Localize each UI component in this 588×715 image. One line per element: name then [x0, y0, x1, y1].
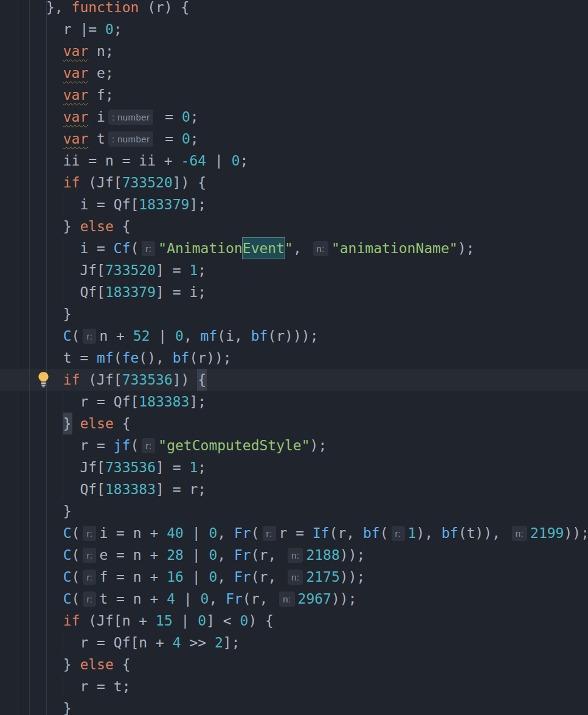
code-line[interactable]: var n;	[46, 40, 114, 62]
code-indent	[46, 438, 80, 453]
code-line[interactable]: t = mf(fe(), bf(r));	[46, 347, 232, 369]
inlay-hint-chip: r:	[83, 526, 96, 541]
code-line[interactable]: Qf[183383] = r;	[46, 478, 206, 500]
code-token: mf	[97, 350, 114, 366]
code-token: 0	[182, 131, 190, 147]
code-indent	[46, 525, 63, 541]
inlay-hint-chip: n:	[279, 591, 294, 607]
code-line[interactable]: if (Jf[733520]) {	[46, 172, 206, 194]
code-indent	[46, 700, 63, 715]
code-line[interactable]: } else {	[46, 654, 131, 675]
code-token: else	[80, 218, 113, 234]
code-line[interactable]: if (Jf[n + 15 | 0] < 0) {	[46, 610, 274, 632]
code-token: -64	[181, 153, 207, 169]
code-line[interactable]: var e;	[46, 62, 114, 84]
code-line[interactable]: r = t;	[46, 675, 130, 697]
code-token: C	[63, 525, 72, 541]
code-token: r = t;	[80, 678, 130, 694]
code-token: (i,	[217, 328, 251, 344]
code-token: );	[458, 240, 475, 256]
code-line[interactable]: Qf[183379] = i;	[46, 281, 206, 303]
code-token: (r) {	[139, 0, 189, 15]
code-token	[72, 416, 80, 431]
code-token: >>	[181, 635, 215, 650]
code-token: ,	[217, 525, 234, 541]
code-token: 0	[198, 613, 206, 629]
code-token: i =	[80, 240, 113, 256]
code-token: 0	[232, 153, 240, 169]
code-token: Jf[	[80, 262, 105, 278]
code-token: 0	[201, 591, 209, 607]
inlay-hint-chip: r:	[83, 548, 96, 563]
code-indent	[46, 197, 80, 212]
code-token: }	[63, 413, 72, 434]
code-token: ));	[340, 547, 365, 563]
code-token: (	[251, 525, 260, 541]
code-line[interactable]: }	[46, 303, 72, 325]
code-token: (	[72, 525, 80, 541]
code-token: Cf	[114, 240, 131, 256]
code-token: (	[380, 525, 389, 541]
code-line[interactable]: C(r:i = n + 40 | 0, Fr(r:r = If(r, bf(r:…	[46, 522, 588, 544]
code-line[interactable]: } else {	[46, 413, 131, 434]
code-line[interactable]: r = jf(r:"getComputedStyle");	[46, 434, 327, 456]
code-token: i = Qf[	[80, 197, 139, 212]
code-token: bf	[363, 525, 380, 541]
code-line[interactable]: Jf[733520] = 1;	[46, 259, 206, 281]
code-token: e = n +	[99, 547, 167, 563]
code-token: {	[114, 657, 131, 672]
code-token: |	[150, 328, 175, 344]
code-token: ])	[173, 372, 198, 388]
lightbulb-icon[interactable]	[35, 371, 52, 389]
code-token: 16	[167, 569, 184, 585]
code-token: |	[175, 591, 201, 607]
code-token: "Animation	[158, 240, 242, 256]
code-token: If	[313, 525, 330, 541]
code-line[interactable]: }	[46, 697, 72, 715]
code-indent	[46, 503, 63, 519]
code-line[interactable]: C(r:f = n + 16 | 0, Fr(r, n:2175));	[46, 566, 365, 588]
code-token: 0	[209, 569, 217, 585]
code-token: (Jf[	[80, 372, 122, 388]
code-line[interactable]: if (Jf[733536]) {	[46, 369, 206, 391]
code-line[interactable]: var f;	[46, 84, 114, 106]
code-token: Qf[	[80, 284, 105, 300]
code-line[interactable]: r |= 0;	[46, 18, 122, 40]
code-token: ));	[564, 525, 588, 541]
code-token: mf	[201, 328, 218, 344]
code-line[interactable]: i = Cf(r:"AnimationEvent", n:"animationN…	[46, 237, 474, 259]
code-line[interactable]: C(r:t = n + 4 | 0, Fr(r, n:2967));	[46, 588, 356, 610]
code-line[interactable]: }, function (r) {	[46, 0, 189, 18]
code-line[interactable]: } else {	[46, 215, 131, 237]
code-token: var	[63, 65, 89, 81]
code-line[interactable]: var t: number = 0;	[46, 128, 199, 150]
code-line[interactable]: r = Qf[183383];	[46, 391, 206, 413]
code-line[interactable]: }	[46, 500, 72, 522]
code-token: C	[63, 547, 72, 563]
code-token: 15	[156, 613, 173, 629]
code-indent	[46, 678, 80, 694]
code-line[interactable]: r = Qf[n + 4 >> 2];	[46, 632, 240, 654]
code-line[interactable]: Jf[733536] = 1;	[46, 456, 206, 478]
indent-guide	[18, 0, 18, 715]
code-token: r =	[279, 525, 313, 541]
code-token: fe	[122, 350, 139, 366]
code-token: 183379	[105, 284, 156, 300]
code-token: (Jf[n +	[80, 613, 156, 629]
code-token: 2175	[306, 569, 339, 585]
code-indent	[46, 635, 80, 650]
code-editor[interactable]: }, function (r) { r |= 0; var n; var e; …	[0, 0, 588, 715]
code-token: 733536	[105, 459, 156, 475]
code-token: C	[63, 328, 72, 344]
code-token: (	[72, 547, 80, 563]
code-line[interactable]: ii = n = ii + -64 | 0;	[46, 150, 248, 172]
code-line[interactable]: var i: number = 0;	[46, 106, 199, 128]
code-line[interactable]: i = Qf[183379];	[46, 194, 206, 215]
code-token: |	[184, 525, 209, 541]
code-line[interactable]: C(r:n + 52 | 0, mf(i, bf(r)));	[46, 325, 318, 347]
code-line[interactable]: C(r:e = n + 28 | 0, Fr(r, n:2188));	[46, 544, 365, 566]
code-token: =	[156, 131, 182, 147]
code-token: if	[63, 372, 80, 388]
code-token: else	[80, 657, 113, 672]
code-token: 0	[175, 328, 184, 344]
